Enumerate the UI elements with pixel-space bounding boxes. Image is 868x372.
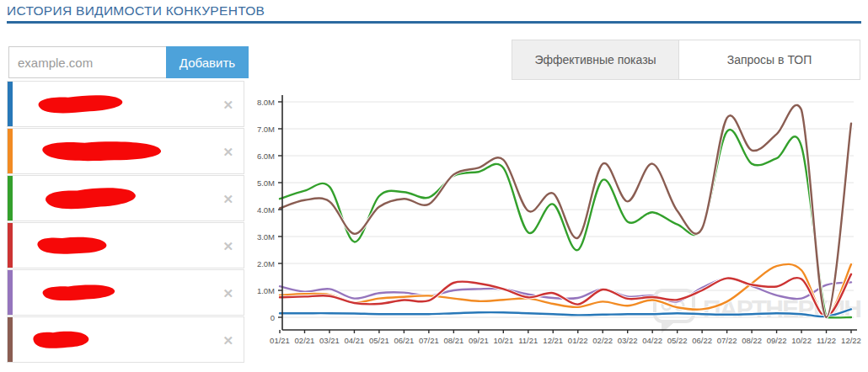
svg-text:10/21: 10/21 bbox=[493, 336, 513, 345]
title-underline bbox=[7, 21, 861, 24]
competitor-row: ✕ bbox=[7, 128, 244, 174]
svg-text:8.0M: 8.0M bbox=[257, 98, 275, 107]
series-color-bar bbox=[8, 270, 13, 315]
add-competitor-button[interactable]: Добавить bbox=[166, 46, 249, 78]
tab-queries-in-top-label: Запросы в ТОП bbox=[727, 53, 812, 66]
tab-effective-impressions-label: Эффективные показы bbox=[534, 53, 656, 66]
svg-text:1.0M: 1.0M bbox=[257, 286, 275, 295]
svg-text:4.0M: 4.0M bbox=[257, 205, 275, 215]
redaction-scribble bbox=[33, 92, 128, 116]
svg-text:06/22: 06/22 bbox=[692, 336, 712, 345]
tab-queries-in-top[interactable]: Запросы в ТОП bbox=[678, 40, 860, 80]
visibility-line-chart: ПАРТНЕРКИН01.0M2.0M3.0M4.0M5.0M6.0M7.0M8… bbox=[240, 84, 868, 366]
svg-text:02/21: 02/21 bbox=[295, 336, 315, 345]
svg-text:11/22: 11/22 bbox=[817, 336, 836, 345]
svg-text:5.0M: 5.0M bbox=[257, 178, 275, 188]
svg-text:6.0M: 6.0M bbox=[257, 151, 275, 161]
remove-competitor-icon[interactable]: ✕ bbox=[222, 98, 233, 110]
remove-competitor-icon[interactable]: ✕ bbox=[222, 192, 233, 205]
svg-text:04/22: 04/22 bbox=[642, 336, 662, 345]
svg-text:03/21: 03/21 bbox=[319, 336, 340, 345]
svg-text:08/22: 08/22 bbox=[742, 336, 762, 345]
remove-competitor-icon[interactable]: ✕ bbox=[222, 239, 233, 252]
svg-text:2.0M: 2.0M bbox=[257, 259, 275, 268]
competitor-row: ✕ bbox=[7, 269, 244, 316]
svg-text:7.0M: 7.0M bbox=[257, 125, 275, 134]
redaction-scribble bbox=[29, 328, 92, 351]
svg-text:06/21: 06/21 bbox=[394, 336, 415, 345]
series-color-bar bbox=[8, 82, 13, 126]
svg-text:12/22: 12/22 bbox=[841, 336, 861, 345]
series-color-bar bbox=[8, 223, 13, 268]
tab-effective-impressions[interactable]: Эффективные показы bbox=[512, 40, 679, 80]
page-title: ИСТОРИЯ ВИДИМОСТИ КОНКУРЕНТОВ bbox=[7, 3, 265, 19]
svg-text:07/22: 07/22 bbox=[717, 336, 737, 345]
svg-text:03/22: 03/22 bbox=[618, 336, 638, 345]
svg-text:09/22: 09/22 bbox=[767, 336, 787, 345]
redaction-scribble bbox=[35, 137, 168, 165]
competitor-visibility-page: ИСТОРИЯ ВИДИМОСТИ КОНКУРЕНТОВ Добавить Э… bbox=[0, 0, 868, 372]
svg-text:10/22: 10/22 bbox=[791, 336, 812, 345]
svg-text:0: 0 bbox=[271, 313, 275, 322]
svg-text:11/21: 11/21 bbox=[518, 336, 538, 345]
redaction-scribble bbox=[38, 282, 119, 303]
svg-text:01/22: 01/22 bbox=[568, 336, 588, 345]
svg-text:01/21: 01/21 bbox=[270, 336, 290, 345]
series-color-bar bbox=[8, 129, 13, 173]
svg-text:05/22: 05/22 bbox=[667, 336, 688, 345]
svg-text:12/21: 12/21 bbox=[543, 336, 563, 345]
svg-text:02/22: 02/22 bbox=[592, 336, 613, 345]
svg-text:05/21: 05/21 bbox=[369, 336, 389, 345]
visibility-chart: ПАРТНЕРКИН01.0M2.0M3.0M4.0M5.0M6.0M7.0M8… bbox=[240, 84, 868, 366]
series-color-bar bbox=[8, 176, 13, 221]
svg-text:04/21: 04/21 bbox=[345, 336, 365, 345]
remove-competitor-icon[interactable]: ✕ bbox=[222, 286, 233, 299]
remove-competitor-icon[interactable]: ✕ bbox=[222, 333, 233, 346]
competitor-list: ✕✕✕✕✕✕ bbox=[7, 81, 244, 364]
svg-text:07/21: 07/21 bbox=[419, 336, 439, 345]
series-color-bar bbox=[8, 317, 13, 362]
svg-text:3.0M: 3.0M bbox=[257, 232, 275, 242]
svg-text:09/21: 09/21 bbox=[469, 336, 489, 345]
competitor-row: ✕ bbox=[7, 81, 244, 127]
competitor-row: ✕ bbox=[7, 222, 244, 268]
redaction-scribble bbox=[40, 183, 142, 212]
competitor-row: ✕ bbox=[7, 316, 244, 363]
remove-competitor-icon[interactable]: ✕ bbox=[222, 145, 233, 157]
competitor-row: ✕ bbox=[7, 175, 244, 221]
competitor-domain-input[interactable] bbox=[8, 46, 167, 78]
redaction-scribble bbox=[33, 233, 111, 257]
svg-text:08/21: 08/21 bbox=[443, 336, 463, 345]
